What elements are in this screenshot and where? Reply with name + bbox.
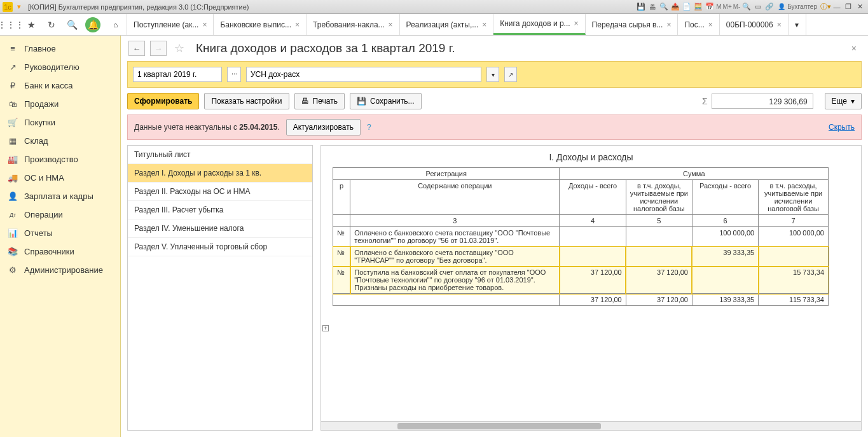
calc-icon[interactable]: 🧮	[692, 1, 704, 13]
section-item[interactable]: Титульный лист	[128, 146, 312, 164]
preview-icon[interactable]: 🔍	[658, 1, 670, 13]
tab-item-active[interactable]: Книга доходов и р...×	[493, 14, 585, 35]
tab-item[interactable]: Реализация (акты,...×	[400, 14, 494, 35]
zoom-in-icon[interactable]: 🔍	[741, 1, 752, 13]
sidebar-item-operations[interactable]: ДтОперации	[0, 205, 120, 224]
close-page-icon[interactable]: ×	[848, 43, 860, 53]
search-icon[interactable]: 🔍	[65, 18, 79, 32]
dropdown-icon[interactable]: ▾	[486, 67, 499, 82]
sidebar-item-production[interactable]: 🏭Производство	[0, 150, 120, 169]
report-title: I. Доходы и расходы	[321, 146, 861, 167]
close-icon[interactable]: ×	[666, 20, 671, 29]
doc-icon[interactable]: 📄	[681, 1, 692, 13]
notifications-icon[interactable]: 🔔	[85, 17, 100, 32]
sidebar-item-stock[interactable]: ▦Склад	[0, 132, 120, 150]
sidebar-item-main[interactable]: ≡Главное	[0, 39, 120, 58]
tab-home[interactable]: ⌂	[104, 14, 127, 35]
close-icon[interactable]: ×	[295, 20, 300, 29]
tab-item[interactable]: Требования-накла...×	[307, 14, 400, 35]
close-icon[interactable]: ×	[708, 20, 713, 29]
apps-icon[interactable]: ⋮⋮⋮	[4, 18, 18, 32]
sidebar-item-salary[interactable]: 👤Зарплата и кадры	[0, 187, 120, 205]
period-picker-button[interactable]: ...	[227, 67, 241, 82]
th-expense-tax: в т.ч. расходы, учитываемые при исчислен…	[759, 180, 829, 215]
print-icon[interactable]: 🖶	[647, 1, 658, 13]
window-title: [КОПИЯ] Бухгалтерия предприятия, редакци…	[28, 3, 249, 11]
save-button[interactable]: 💾Сохранить...	[350, 93, 422, 109]
user-label[interactable]: 👤 Бухгалтер	[778, 3, 817, 10]
info-icon[interactable]: ⓘ▾	[820, 1, 831, 13]
section-item[interactable]: Раздел III. Расчет убытка	[128, 201, 312, 219]
th-income-total: Доходы - всего	[560, 180, 626, 215]
restore-icon[interactable]: ❐	[843, 1, 854, 13]
section-item-selected[interactable]: Раздел I. Доходы и расходы за 1 кв.	[128, 164, 312, 183]
close-icon[interactable]: ×	[482, 20, 486, 29]
tab-item[interactable]: Поступление (ак...×	[127, 14, 214, 35]
sidebar-item-admin[interactable]: ⚙Администрирование	[0, 261, 120, 279]
sidebar-item-sales[interactable]: 🛍Продажи	[0, 95, 120, 113]
close-window-icon[interactable]: ✕	[854, 1, 865, 13]
sidebar-item-reports[interactable]: 📊Отчеты	[0, 224, 120, 242]
sidebar-item-assets[interactable]: 🚚ОС и НМА	[0, 169, 120, 187]
memory-mminus-button[interactable]: M-	[733, 3, 741, 10]
scrollbar-thumb[interactable]	[397, 423, 601, 429]
more-button[interactable]: Еще ▾	[825, 93, 862, 109]
favorite-star-icon[interactable]: ☆	[172, 41, 187, 56]
parameters-bar: ... ▾ ↗	[127, 61, 862, 88]
memory-mplus-button[interactable]: M+	[723, 3, 732, 10]
dropdown-icon[interactable]: ▾	[14, 2, 24, 12]
section-item[interactable]: Раздел V. Уплаченный торговый сбор	[128, 238, 312, 256]
calendar-icon[interactable]: 📅	[704, 1, 715, 13]
show-settings-button[interactable]: Показать настройки	[204, 93, 289, 109]
sidebar-item-refs[interactable]: 📚Справочники	[0, 242, 120, 261]
favorite-icon[interactable]: ★	[24, 18, 38, 32]
disk-icon: 💾	[357, 97, 366, 106]
close-icon[interactable]: ×	[574, 19, 579, 28]
nav-forward-button[interactable]: →	[150, 41, 167, 56]
sum-value: 129 306,69	[712, 94, 813, 109]
tab-item[interactable]: 00БП-000006×	[720, 14, 789, 35]
tab-more[interactable]: ▾	[789, 14, 806, 35]
section-item[interactable]: Раздел IV. Уменьшение налога	[128, 219, 312, 238]
hide-alert-link[interactable]: Скрыть	[829, 123, 855, 132]
nav-back-button[interactable]: ←	[128, 41, 145, 56]
expand-handle[interactable]: +	[322, 325, 329, 331]
link-icon[interactable]: 🔗	[764, 1, 775, 13]
minimize-icon[interactable]: —	[831, 1, 843, 13]
horizontal-scrollbar[interactable]	[321, 421, 861, 430]
table-row-highlighted[interactable]: № Оплачено с банковского счета поставщик…	[333, 247, 829, 267]
tab-item[interactable]: Пос...×	[678, 14, 719, 35]
cart-icon: 🛒	[8, 118, 18, 127]
close-icon[interactable]: ×	[777, 20, 782, 29]
home-icon: ⌂	[113, 20, 118, 29]
print-button[interactable]: 🖶Печать	[294, 93, 345, 109]
actualize-button[interactable]: Актуализировать	[286, 119, 361, 135]
table-totals-row: 37 120,00 37 120,00 139 333,35 115 733,3…	[333, 294, 829, 306]
table-row-highlighted[interactable]: № Поступила на банковский счет оплата от…	[333, 267, 829, 294]
organization-input[interactable]	[246, 67, 481, 82]
sidebar-item-purchases[interactable]: 🛒Покупки	[0, 113, 120, 132]
help-icon[interactable]: ?	[367, 123, 371, 132]
report-area[interactable]: + I. Доходы и расходы Регистрация Сумма …	[320, 145, 862, 431]
th-content: Содержание операции	[350, 180, 560, 215]
ruble-icon: ₽	[8, 81, 18, 90]
save-icon[interactable]: 💾	[635, 1, 647, 13]
sidebar-item-bank[interactable]: ₽Банк и касса	[0, 76, 120, 95]
sidebar-item-manager[interactable]: ↗Руководителю	[0, 58, 120, 76]
table-row[interactable]: № Оплачено с банковского счета поставщик…	[333, 227, 829, 247]
layout-icon[interactable]: ▭	[752, 1, 764, 13]
close-icon[interactable]: ×	[389, 20, 393, 29]
memory-m-button[interactable]: M	[716, 3, 721, 10]
generate-button[interactable]: Сформировать	[127, 93, 199, 109]
factory-icon: 🏭	[8, 155, 18, 164]
tab-item[interactable]: Банковские выпис...×	[214, 14, 307, 35]
open-icon[interactable]: ↗	[504, 67, 517, 82]
th-expense-total: Расходы - всего	[692, 180, 758, 215]
tab-item[interactable]: Передача сырья в...×	[586, 14, 679, 35]
export-icon[interactable]: 📤	[670, 1, 681, 13]
section-item[interactable]: Раздел II. Расходы на ОС и НМА	[128, 183, 312, 201]
period-input[interactable]	[133, 67, 222, 82]
close-icon[interactable]: ×	[202, 20, 207, 29]
bag-icon: 🛍	[8, 99, 18, 109]
history-icon[interactable]: ↻	[45, 18, 59, 32]
